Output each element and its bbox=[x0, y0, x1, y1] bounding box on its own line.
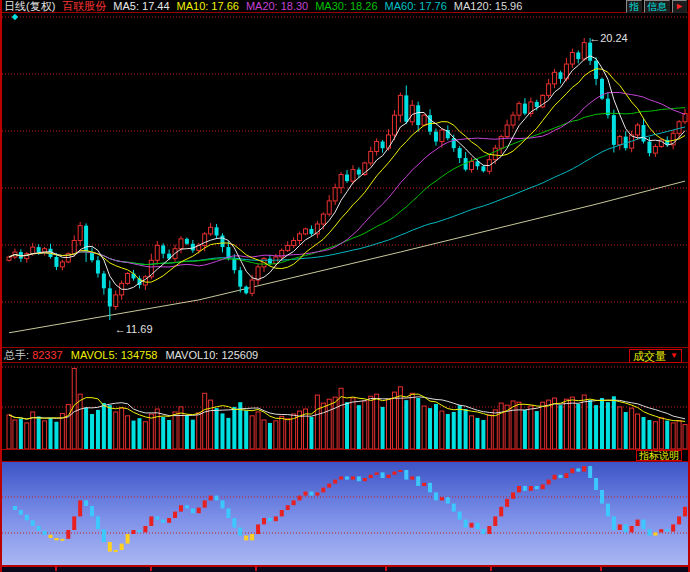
info-button[interactable]: 信息 bbox=[644, 0, 670, 13]
volume-selector-label: 成交量 bbox=[633, 350, 666, 362]
mavol10-label: MAVOL10: bbox=[165, 349, 218, 361]
x-axis-tick bbox=[150, 567, 152, 571]
volume-header-bar: 总手: 82337 MAVOL5: 134758 MAVOL10: 125609… bbox=[0, 348, 690, 363]
mavol5-label: MAVOL5: bbox=[71, 349, 118, 361]
volume-pane: 74 bbox=[0, 364, 690, 450]
x-axis-tick bbox=[600, 567, 602, 571]
volume-chart-canvas[interactable]: 74 bbox=[0, 364, 690, 449]
ma120-legend: MA120:15.96 bbox=[454, 0, 522, 12]
ma5-legend: MA5:17.44 bbox=[113, 0, 169, 12]
indicator-header-bar: 指标说明 bbox=[0, 450, 690, 462]
mavol10-value: 125609 bbox=[221, 349, 258, 361]
dropdown-arrow-icon: ▼ bbox=[670, 350, 678, 362]
stock-chart-window: 日线(复权) 百联股份 MA5:17.44 MA10:17.66 MA20:18… bbox=[0, 0, 690, 572]
svg-text:←20.24: ←20.24 bbox=[589, 32, 628, 44]
period-label[interactable]: 日线(复权) bbox=[4, 0, 55, 14]
oscillator-chart-canvas[interactable] bbox=[0, 462, 690, 565]
stock-name: 百联股份 bbox=[62, 0, 106, 14]
ma10-legend: MA10:17.66 bbox=[177, 0, 239, 12]
x-axis-tick bbox=[55, 567, 57, 571]
x-axis-strip bbox=[0, 567, 690, 572]
title-bar: 日线(复权) 百联股份 MA5:17.44 MA10:17.66 MA20:18… bbox=[0, 0, 690, 13]
svg-text:←11.69: ←11.69 bbox=[115, 323, 153, 335]
x-axis-tick bbox=[255, 567, 257, 571]
ma20-legend: MA20:18.30 bbox=[246, 0, 308, 12]
ma30-legend: MA30:18.26 bbox=[315, 0, 377, 12]
forward-arrow-button[interactable]: ► bbox=[672, 0, 687, 13]
candlestick-chart-canvas[interactable]: 896296←20.24←11.69 bbox=[0, 14, 690, 347]
volume-value: 82337 bbox=[32, 349, 63, 361]
title-bar-buttons: 指 信息 ► bbox=[626, 0, 687, 13]
indicator-button[interactable]: 指 bbox=[626, 0, 642, 13]
volume-indicator-selector[interactable]: 成交量 ▼ bbox=[629, 349, 682, 363]
ma60-legend: MA60:17.76 bbox=[385, 0, 447, 12]
indicator-help-link[interactable]: 指标说明 bbox=[636, 450, 682, 461]
oscillator-pane bbox=[0, 462, 690, 567]
main-chart-pane: 896296←20.24←11.69 bbox=[0, 14, 690, 348]
volume-label: 总手: bbox=[4, 349, 29, 361]
mavol5-value: 134758 bbox=[121, 349, 158, 361]
x-axis-tick bbox=[385, 567, 387, 571]
x-axis-tick bbox=[490, 567, 492, 571]
left-border bbox=[0, 0, 2, 572]
